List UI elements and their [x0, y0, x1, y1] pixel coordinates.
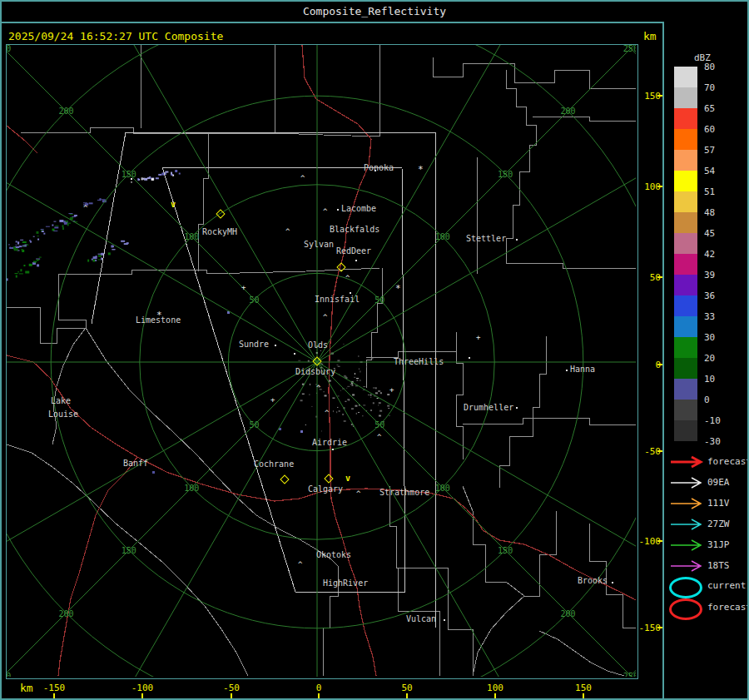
dbz-scale-label: 30 [704, 333, 715, 342]
current-ellipse-icon [669, 577, 702, 598]
window-title: Composite_Reflectivity [303, 5, 446, 17]
radar-app-window: Composite_Reflectivity 2025/09/24 16:52:… [0, 0, 749, 700]
dbz-swatch-0 [674, 400, 697, 420]
track-arrow-icon-09EA [669, 476, 704, 489]
dbz-swatch-70 [674, 87, 697, 108]
bottom-axis-tick [318, 693, 320, 699]
dbz-swatch-51 [674, 191, 697, 212]
station-plus-marker: + [270, 396, 275, 404]
dbz-swatch-48 [674, 212, 697, 233]
town-dot-marker [374, 170, 376, 171]
station-plus-marker: + [241, 284, 246, 291]
town-dot-marker [516, 239, 518, 241]
town-caret-marker: ^ [323, 208, 327, 216]
timestamp-label: 2025/09/24 16:52:27 UTC Composite [8, 30, 223, 42]
track-arrow-icon-18TS [669, 559, 704, 573]
bottom-axis-tick [494, 693, 496, 699]
dbz-scale-label: 48 [704, 208, 715, 217]
city-label-strathmore: Strathmore [379, 489, 429, 497]
city-label-louise: Louise [48, 410, 78, 419]
station-asterisk-marker: * [395, 285, 401, 292]
bottom-axis-tick-label: 0 [299, 683, 339, 693]
right-axis-unit: km [643, 30, 657, 42]
town-dot-marker [355, 260, 357, 261]
city-label-sylvan: Sylvan [304, 241, 334, 249]
city-label-ponoka: Ponoka [364, 164, 394, 172]
bottom-axis-tick-label: 150 [563, 683, 603, 693]
radar-map-inner: 5010015020025050100150200250501001502002… [7, 45, 636, 677]
track-arrow-icon-111V [669, 497, 704, 510]
dbz-scale-label: 45 [704, 229, 715, 238]
bottom-axis-tick-label: -100 [122, 683, 162, 693]
city-label-brooks: Brooks [578, 577, 608, 585]
town-caret-marker: ^ [298, 561, 302, 568]
bottom-axis-tick-label: 100 [475, 683, 515, 693]
city-label-lacombe: Lacombe [341, 205, 376, 213]
town-caret-marker: ^ [323, 314, 327, 321]
dbz-scale-label: 33 [704, 312, 715, 321]
radar-site-diamond-marker [312, 356, 321, 365]
city-label-vulcan: Vulcan [406, 615, 436, 623]
dbz-scale-label: -30 [704, 437, 721, 446]
dbz-scale-label: 60 [704, 125, 715, 134]
town-dot-marker [350, 292, 351, 294]
city-label-innisfail: Innisfail [315, 295, 360, 304]
town-dot-marker [612, 582, 613, 583]
right-axis-tick [657, 450, 662, 452]
track-arrow-icon-forecast [669, 455, 704, 469]
right-axis-tick [657, 95, 662, 97]
dbz-scale-label: 80 [704, 62, 715, 72]
radar-site-diamond-marker [216, 209, 225, 218]
radar-site-diamond-marker [324, 474, 333, 483]
dbz-swatch-65 [674, 108, 697, 129]
bottom-axis-tick [141, 693, 143, 699]
city-label-banff: Banff [123, 459, 148, 468]
dbz-swatch-45 [674, 233, 697, 254]
right-axis-tick [657, 186, 662, 187]
track-arrow-icon-27ZW [669, 518, 704, 531]
map-label-layer: PonokaLacombeBlackfaldsSylvanRedDeerStet… [7, 45, 636, 677]
dbz-swatch-36 [674, 295, 697, 316]
right-axis-tick [657, 364, 662, 365]
city-label-highriver: HighRiver [323, 579, 368, 588]
city-label-airdrie: Airdrie [312, 439, 347, 447]
track-arrow-icon-31JP [669, 539, 704, 552]
town-caret-marker: ^ [285, 228, 290, 236]
town-caret-marker: ^ [345, 275, 350, 282]
town-dot-marker [332, 449, 334, 450]
dbz-swatch-57 [674, 150, 697, 171]
ellipse-label-forecast: forecast [707, 603, 749, 612]
right-axis-tick [657, 627, 662, 628]
dbz-swatch-10 [674, 379, 697, 400]
ellipse-label-current: current [707, 581, 746, 590]
radar-map[interactable]: 5010015020025050100150200250501001502002… [6, 44, 638, 679]
station-plus-marker: + [476, 334, 480, 341]
radar-site-diamond-marker [280, 474, 289, 484]
city-label-reddeer: RedDeer [336, 247, 371, 256]
town-dot-marker [294, 353, 295, 355]
dbz-swatch--10 [674, 420, 697, 441]
town-dot-marker [337, 209, 339, 211]
bottom-axis-tick [406, 693, 408, 699]
track-label-18TS: 18TS [707, 561, 730, 570]
station-plus-marker: + [389, 386, 394, 394]
city-label-hanna: Hanna [570, 365, 595, 374]
city-label-stettler: Stettler [466, 235, 506, 243]
dbz-scale-label: 42 [704, 250, 715, 259]
dbz-scale-label: 51 [704, 187, 715, 196]
track-label-31JP: 31JP [707, 540, 730, 549]
town-caret-marker: ^ [83, 205, 87, 212]
dbz-scale-label: 36 [704, 291, 715, 300]
city-label-cochrane: Cochrane [254, 460, 294, 469]
dbz-swatch-30 [674, 337, 697, 358]
dbz-scale-label: -10 [704, 416, 721, 425]
title-bar: Composite_Reflectivity [2, 2, 747, 23]
city-label-okotoks: Okotoks [316, 551, 351, 559]
bottom-axis-tick-label: -50 [211, 683, 251, 693]
track-label-111V: 111V [707, 499, 730, 508]
city-label-sundre: Sundre [239, 340, 269, 349]
dbz-scale-label: 39 [704, 271, 715, 280]
dbz-swatch-54 [674, 171, 697, 191]
dbz-scale-label: 10 [704, 375, 715, 384]
dbz-swatch-42 [674, 254, 697, 275]
